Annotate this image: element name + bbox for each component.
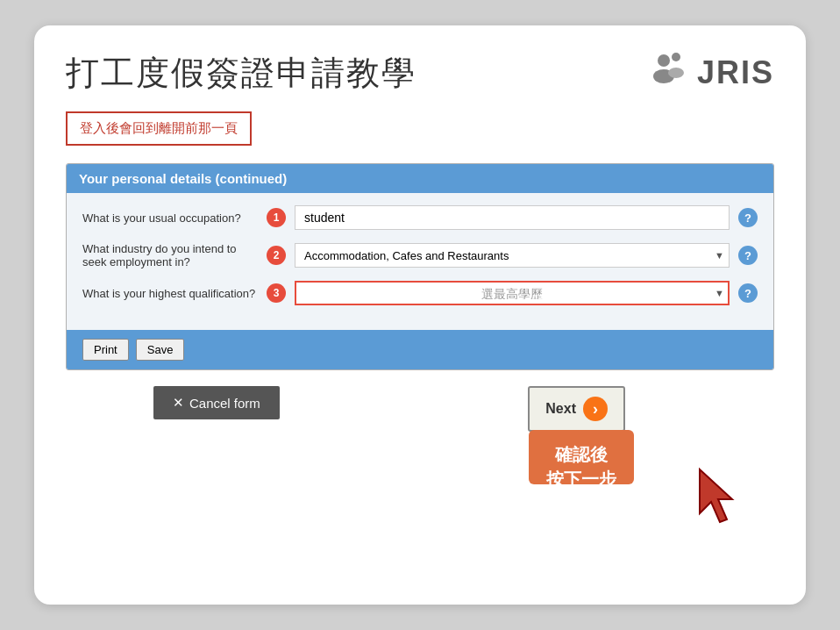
footer-bar: Print Save bbox=[67, 330, 773, 369]
callout-text: 確認後按下一步 bbox=[546, 445, 616, 489]
occupation-row: What is your usual occupation? 1 ? bbox=[82, 205, 758, 230]
qualification-select-wrapper: 選最高學歷 ▼ bbox=[295, 281, 730, 305]
svg-marker-4 bbox=[700, 469, 732, 522]
help-icon-1[interactable]: ? bbox=[738, 208, 758, 227]
warning-box: 登入後會回到離開前那一頁 bbox=[66, 111, 252, 146]
logo-text: JRIS bbox=[697, 54, 774, 91]
bottom-section: ✕ Cancel form Next › 確認後按下一步 bbox=[66, 386, 774, 526]
occupation-input[interactable] bbox=[295, 205, 730, 230]
next-label: Next bbox=[545, 401, 576, 417]
page-title: 打工度假簽證申請教學 bbox=[66, 51, 416, 96]
industry-row: What industry do you intend to seek empl… bbox=[82, 242, 758, 268]
form-panel: Your personal details (continued) What i… bbox=[66, 163, 774, 370]
industry-select[interactable]: Accommodation, Cafes and Restaurants bbox=[295, 243, 730, 268]
qualification-select[interactable]: 選最高學歷 bbox=[295, 281, 730, 305]
cancel-x-icon: ✕ bbox=[173, 395, 184, 411]
step-badge-2: 2 bbox=[267, 246, 286, 265]
industry-select-wrapper: Accommodation, Cafes and Restaurants ▼ bbox=[295, 243, 730, 268]
form-header: Your personal details (continued) bbox=[67, 164, 773, 193]
step-badge-3: 3 bbox=[267, 283, 286, 303]
svg-point-3 bbox=[668, 68, 684, 78]
cursor-icon bbox=[695, 465, 748, 530]
cancel-button[interactable]: ✕ Cancel form bbox=[153, 386, 280, 419]
svg-point-1 bbox=[672, 53, 680, 61]
help-icon-3[interactable]: ? bbox=[738, 283, 758, 303]
main-card: 打工度假簽證申請教學 JRIS 登入後會回到離開前那一頁 Your person… bbox=[34, 25, 806, 605]
step-badge-1: 1 bbox=[267, 208, 286, 227]
industry-label: What industry do you intend to seek empl… bbox=[82, 242, 258, 268]
jris-logo-icon bbox=[644, 50, 690, 96]
logo: JRIS bbox=[644, 50, 774, 96]
qualification-row: What is your highest qualification? 3 選最… bbox=[82, 281, 758, 305]
next-button[interactable]: Next › bbox=[528, 386, 625, 432]
next-arrow-icon: › bbox=[583, 397, 608, 421]
callout-box: 確認後按下一步 bbox=[529, 430, 634, 484]
qualification-label: What is your highest qualification? bbox=[82, 287, 258, 300]
save-button[interactable]: Save bbox=[136, 339, 185, 361]
cancel-label: Cancel form bbox=[189, 396, 260, 411]
help-icon-2[interactable]: ? bbox=[738, 246, 758, 265]
header: 打工度假簽證申請教學 JRIS bbox=[66, 50, 774, 96]
occupation-label: What is your usual occupation? bbox=[82, 211, 258, 225]
print-button[interactable]: Print bbox=[82, 339, 129, 361]
svg-point-0 bbox=[658, 54, 670, 67]
form-body: What is your usual occupation? 1 ? What … bbox=[67, 193, 773, 330]
